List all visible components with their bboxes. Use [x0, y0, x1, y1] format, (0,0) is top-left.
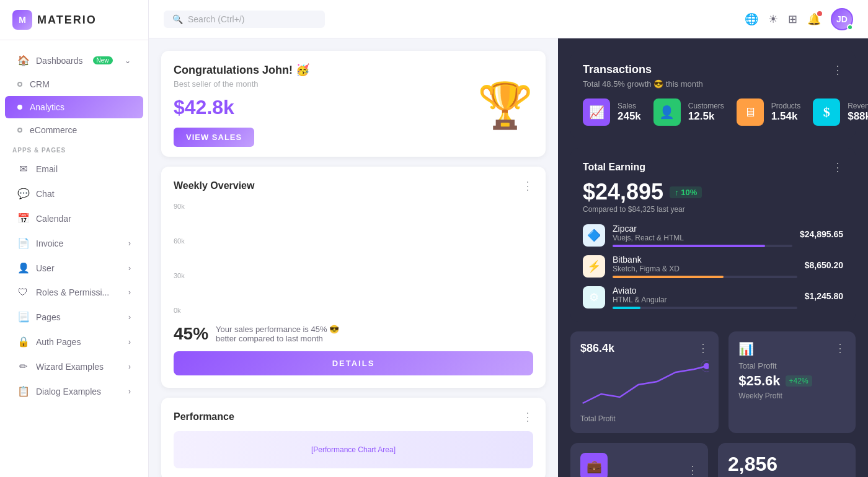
total-profit-label: Total Profit — [580, 414, 709, 423]
earning-header: Total Earning ⋮ — [583, 160, 843, 174]
tx-stat-revenue-info: Revenue $88k — [848, 102, 868, 123]
chevron-icon: › — [128, 239, 131, 248]
main-area: 🔍 Search (Ctrl+/) 🌐 ☀ ⊞ 🔔 JD Congrat — [149, 0, 868, 477]
weekly-title: Weekly Overview — [174, 180, 254, 191]
weekly-chart: 90k 60k 30k 0k — [174, 203, 533, 314]
sidebar-item-dashboards[interactable]: 🏠 Dashboards New ⌄ — [5, 48, 143, 72]
dialog-icon: 📋 — [17, 385, 29, 397]
sidebar-item-ecommerce[interactable]: eCommerce — [5, 119, 143, 141]
tx-stat-revenue: $ Revenue $88k — [813, 98, 868, 126]
logo-area: M MATERIO — [0, 0, 148, 40]
aviato-progress-bar — [613, 307, 797, 309]
sidebar: M MATERIO 🏠 Dashboards New ⌄ CRM Analyti… — [0, 0, 149, 477]
translate-icon[interactable]: 🌐 — [745, 12, 758, 26]
new-project-header: 💼 ⋮ — [580, 453, 698, 477]
bitbank-progress-fill — [613, 276, 724, 278]
online-status-dot — [847, 24, 853, 30]
header-icons: 🌐 ☀ ⊞ 🔔 JD — [745, 8, 853, 30]
zipcar-icon: 🔷 — [583, 224, 605, 247]
search-placeholder: Search (Ctrl+/) — [188, 14, 244, 24]
performance-more-button[interactable]: ⋮ — [522, 410, 533, 424]
chevron-icon: ⌄ — [125, 56, 131, 65]
weekly-profit-label: Total Profit — [738, 361, 846, 370]
profit-more-button[interactable]: ⋮ — [698, 341, 709, 355]
sidebar-item-invoice[interactable]: 📄 Invoice › — [5, 231, 143, 255]
earning-more-button[interactable]: ⋮ — [832, 160, 843, 174]
aviato-icon: ⚙ — [583, 286, 605, 309]
avatar-wrap[interactable]: JD — [831, 8, 853, 30]
lock-icon: 🔒 — [17, 336, 29, 348]
header: 🔍 Search (Ctrl+/) 🌐 ☀ ⊞ 🔔 JD — [149, 0, 868, 38]
notification-dot — [817, 11, 822, 16]
weekly-profit-sublabel: Weekly Profit — [738, 392, 846, 400]
search-box[interactable]: 🔍 Search (Ctrl+/) — [164, 11, 325, 28]
zipcar-progress-fill — [613, 245, 765, 247]
tx-stat-customers: 👤 Customers 12.5k — [653, 98, 724, 126]
sidebar-item-dialog[interactable]: 📋 Dialog Examples › — [5, 379, 143, 403]
weekly-overview-card: Weekly Overview ⋮ 90k 60k 30k 0k — [161, 167, 546, 388]
congrats-title: Congratulations John! 🥳 — [174, 63, 309, 77]
total-profit-card: $86.4k ⋮ — [570, 331, 719, 433]
transactions-card: Transactions ⋮ Total 48.5% growth 😎 this… — [570, 51, 856, 138]
svg-point-0 — [704, 363, 709, 369]
grid-icon[interactable]: ⊞ — [788, 12, 797, 26]
view-sales-button[interactable]: VIEW SALES — [174, 128, 254, 147]
sidebar-item-chat[interactable]: 💬 Chat — [5, 182, 143, 206]
aviato-progress-fill — [613, 307, 640, 309]
tx-stat-sales-info: Sales 245k — [618, 102, 641, 123]
aviato-amount: $1,245.80 — [805, 291, 843, 304]
chevron-icon: › — [128, 288, 131, 297]
sidebar-item-crm[interactable]: CRM — [5, 73, 143, 95]
section-label: APPS & PAGES — [0, 142, 148, 156]
notification-icon[interactable]: 🔔 — [807, 12, 821, 26]
new-project-card: 💼 ⋮ 862 -18% New Project — [570, 443, 708, 477]
sidebar-item-calendar[interactable]: 📅 Calendar — [5, 206, 143, 230]
nav-dot-active — [17, 105, 22, 110]
sidebar-item-wizard[interactable]: ✏ Wizard Examples › — [5, 354, 143, 379]
wizard-icon: ✏ — [17, 361, 29, 372]
weekly-profit-amount: $25.6k — [738, 373, 780, 389]
email-icon: ✉ — [17, 163, 29, 175]
calendar-icon: 📅 — [17, 212, 29, 224]
chevron-icon: › — [128, 338, 131, 346]
nav-dot — [17, 82, 22, 87]
transactions-subtitle: Total 48.5% growth 😎 this month — [583, 79, 843, 89]
sidebar-item-email[interactable]: ✉ Email — [5, 157, 143, 181]
trophy-icon: 🏆 — [477, 83, 533, 128]
tx-stat-products: 🖥 Products 1.54k — [737, 98, 800, 126]
weekly-footer: 45% Your sales performance is 45% 😎bette… — [174, 324, 533, 344]
earning-sub: Compared to $84,325 last year — [583, 205, 843, 214]
shield-icon: 🛡 — [17, 287, 29, 298]
weekly-more-button[interactable]: ⋮ — [522, 179, 533, 193]
content-left: Congratulations John! 🥳 Best seller of t… — [149, 38, 558, 477]
customers-icon: 👤 — [653, 98, 681, 126]
transactions-header: Transactions ⋮ — [583, 63, 843, 77]
aviato-info: Aviato HTML & Angular — [613, 286, 797, 309]
theme-icon[interactable]: ☀ — [768, 12, 778, 26]
chart-bars — [198, 203, 531, 314]
congrats-card: Congratulations John! 🥳 Best seller of t… — [161, 51, 546, 157]
tx-stat-sales: 📈 Sales 245k — [583, 98, 641, 126]
earning-badge: ↑ 10% — [670, 186, 702, 198]
chat-icon: 💬 — [17, 188, 29, 199]
earning-list: 🔷 Zipcar Vuejs, React & HTML $24,895.65 — [583, 224, 843, 309]
sales-icon: 📈 — [583, 98, 610, 126]
sidebar-item-roles[interactable]: 🛡 Roles & Permissi... › — [5, 281, 143, 304]
chevron-icon: › — [128, 313, 131, 322]
products-icon: 🖥 — [737, 98, 764, 126]
transactions-more-button[interactable]: ⋮ — [832, 63, 843, 77]
details-button[interactable]: DETAILS — [174, 351, 533, 375]
sidebar-item-pages[interactable]: 📃 Pages › — [5, 305, 143, 329]
congrats-subtitle: Best seller of the month — [174, 79, 309, 89]
weekly-profit-more-button[interactable]: ⋮ — [835, 341, 846, 356]
new-project-more-button[interactable]: ⋮ — [687, 463, 698, 477]
profit-row: $86.4k ⋮ — [570, 331, 856, 433]
sidebar-item-user[interactable]: 👤 User › — [5, 256, 143, 280]
earning-item-bitbank: ⚡ Bitbank Sketch, Figma & XD $8,650.20 — [583, 255, 843, 278]
pages-icon: 📃 — [17, 311, 29, 323]
home-icon: 🏠 — [17, 55, 29, 66]
earning-amount: $24,895 ↑ 10% — [583, 179, 843, 205]
content-area: Congratulations John! 🥳 Best seller of t… — [149, 38, 868, 477]
sidebar-item-analytics[interactable]: Analytics — [5, 96, 143, 118]
sidebar-item-auth[interactable]: 🔒 Auth Pages › — [5, 330, 143, 354]
